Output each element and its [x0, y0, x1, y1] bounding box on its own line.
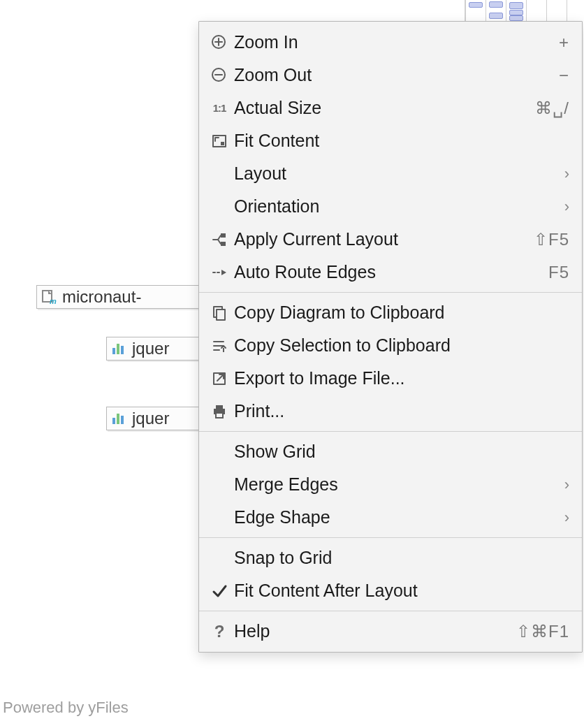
menu-item-shortcut: ⇧⌘F1: [516, 622, 569, 641]
menu-item-shortcut: ⇧F5: [534, 230, 569, 249]
menu-item-copy-diagram-to-clipboard[interactable]: Copy Diagram to Clipboard: [199, 296, 582, 329]
check-icon: [207, 581, 231, 601]
menu-item-label: Edge Shape: [231, 507, 564, 527]
menu-item-apply-current-layout[interactable]: Apply Current Layout⇧F5: [199, 223, 582, 256]
menu-item-merge-edges[interactable]: Merge Edges›: [199, 468, 582, 501]
menu-item-fit-content[interactable]: Fit Content: [199, 124, 582, 157]
menu-item-label: Layout: [231, 163, 564, 184]
menu-item-zoom-in[interactable]: Zoom In+: [199, 26, 582, 59]
menu-item-export-to-image-file[interactable]: Export to Image File...: [199, 362, 582, 395]
bars-icon: [111, 341, 126, 356]
menu-separator: [199, 537, 582, 538]
copy-sel-icon: [207, 336, 231, 356]
blank-icon: [207, 442, 231, 462]
blank-icon: [207, 164, 231, 184]
diagram-node[interactable]: m micronaut-: [36, 285, 211, 309]
menu-item-label: Copy Diagram to Clipboard: [231, 303, 569, 323]
menu-item-copy-selection-to-clipboard[interactable]: Copy Selection to Clipboard: [199, 329, 582, 362]
powered-by-label: Powered by yFiles: [3, 699, 129, 717]
blank-icon: [207, 508, 231, 527]
route-icon: [207, 263, 231, 282]
menu-item-label: Fit Content: [231, 131, 569, 151]
menu-item-label: Show Grid: [231, 442, 569, 462]
context-menu: Zoom In+Zoom Out−1:1Actual Size⌘␣/Fit Co…: [198, 21, 583, 653]
svg-rect-4: [121, 346, 124, 354]
chevron-right-icon: ›: [564, 476, 569, 494]
bars-icon: [111, 411, 126, 426]
svg-rect-6: [117, 414, 119, 424]
menu-item-shortcut: −: [559, 66, 569, 85]
one-to-one-icon: 1:1: [207, 99, 231, 118]
svg-rect-14: [221, 142, 224, 145]
svg-rect-20: [217, 310, 225, 320]
help-icon: ?: [207, 622, 231, 641]
blank-icon: [207, 548, 231, 568]
zoom-out-icon: [207, 66, 231, 85]
node-label: jquer: [132, 409, 169, 428]
menu-item-zoom-out[interactable]: Zoom Out−: [199, 59, 582, 92]
menu-separator: [199, 431, 582, 432]
menu-item-label: Apply Current Layout: [231, 229, 534, 249]
menu-item-shortcut: F5: [548, 263, 569, 282]
menu-item-label: Auto Route Edges: [231, 262, 548, 282]
menu-item-help[interactable]: ?Help⇧⌘F1: [199, 615, 582, 648]
layout-icon: [207, 230, 231, 249]
chevron-right-icon: ›: [564, 198, 569, 216]
blank-icon: [207, 197, 231, 217]
menu-item-label: Print...: [231, 401, 569, 421]
menu-item-auto-route-edges[interactable]: Auto Route EdgesF5: [199, 256, 582, 289]
node-label: jquer: [132, 339, 169, 358]
menu-item-layout[interactable]: Layout›: [199, 157, 582, 190]
print-icon: [207, 402, 231, 421]
copy-icon: [207, 303, 231, 323]
menu-item-label: Help: [231, 621, 516, 641]
svg-line-26: [217, 374, 224, 381]
zoom-in-icon: [207, 33, 231, 52]
menu-item-fit-content-after-layout[interactable]: Fit Content After Layout: [199, 574, 582, 607]
menu-item-label: Orientation: [231, 196, 564, 217]
svg-rect-15: [221, 233, 226, 238]
fit-icon: [207, 131, 231, 151]
diagram-node[interactable]: jquer: [106, 337, 211, 361]
menu-item-orientation[interactable]: Orientation›: [199, 190, 582, 223]
svg-rect-3: [117, 344, 119, 354]
menu-separator: [199, 611, 582, 611]
svg-rect-16: [221, 242, 226, 246]
export-icon: [207, 369, 231, 388]
menu-item-edge-shape[interactable]: Edge Shape›: [199, 501, 582, 534]
menu-item-label: Merge Edges: [231, 474, 564, 495]
menu-item-label: Copy Selection to Clipboard: [231, 335, 569, 356]
menu-item-label: Zoom Out: [231, 65, 559, 85]
svg-rect-5: [112, 418, 115, 424]
menu-item-print[interactable]: Print...: [199, 395, 582, 428]
menu-item-label: Export to Image File...: [231, 368, 569, 388]
chevron-right-icon: ›: [564, 165, 569, 183]
menu-item-shortcut: +: [559, 33, 569, 52]
diagram-node[interactable]: jquer: [106, 407, 211, 430]
minimap: [465, 0, 584, 21]
menu-item-label: Actual Size: [231, 98, 535, 118]
menu-item-snap-to-grid[interactable]: Snap to Grid: [199, 541, 582, 574]
svg-text:m: m: [50, 297, 57, 305]
menu-item-shortcut: ⌘␣/: [535, 99, 569, 118]
svg-rect-7: [121, 416, 124, 424]
blank-icon: [207, 475, 231, 495]
menu-item-label: Zoom In: [231, 32, 559, 52]
menu-item-label: Fit Content After Layout: [231, 581, 569, 601]
svg-rect-27: [216, 405, 223, 409]
module-icon: m: [41, 289, 57, 305]
svg-rect-2: [112, 348, 115, 354]
menu-separator: [199, 292, 582, 293]
chevron-right-icon: ›: [564, 509, 569, 527]
node-label: micronaut-: [62, 287, 141, 307]
menu-item-label: Snap to Grid: [231, 548, 569, 568]
menu-item-actual-size[interactable]: 1:1Actual Size⌘␣/: [199, 92, 582, 124]
svg-marker-18: [221, 270, 226, 275]
svg-rect-29: [216, 413, 223, 418]
menu-item-show-grid[interactable]: Show Grid: [199, 435, 582, 468]
